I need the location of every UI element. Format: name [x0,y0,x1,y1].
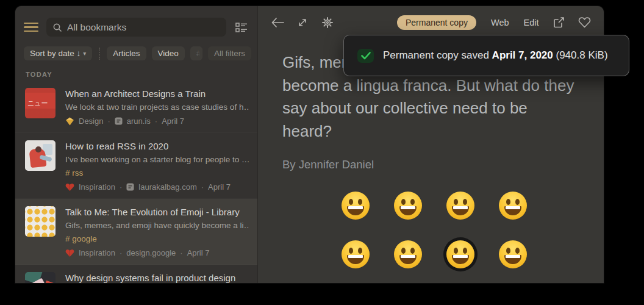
emoji-image-grid [342,192,527,268]
toast-size: (940.8 KiB) [553,49,608,61]
bookmark-description: We look at two train projects as case st… [65,102,249,112]
bookmark-title: Why design systems fail in product desig… [65,273,249,283]
filter-chip-video[interactable]: Video [152,46,185,60]
back-icon[interactable] [270,15,285,30]
filter-chip-articles[interactable]: Articles [107,46,146,60]
all-filters-button[interactable]: All filters [208,46,251,60]
search-icon [52,23,62,32]
favorite-heart-icon[interactable] [577,15,592,30]
emoji-grinning-face [394,192,422,220]
bookmark-thumbnail [25,140,55,171]
bookmark-date: April 7 [187,248,210,257]
bookmark-item-design-systems[interactable]: Why design systems fail in product desig… [15,265,257,283]
bookmark-tag[interactable]: # google [65,234,249,243]
settings-gear-icon[interactable] [320,15,335,30]
bookmark-meta: Inspiration · laurakalbag.com · April 7 [65,182,249,192]
bookmark-item-train[interactable]: ニュー When an Architect Designs a Train We… [15,81,257,133]
filter-bar: Sort by date ↓ ▾ Articles Video # No tag… [15,44,257,62]
page-icon [126,183,134,191]
list-view-toggle-icon[interactable] [234,20,249,35]
emoji-grinning-face-dark [446,240,474,268]
emoji-grinning-face [394,240,422,268]
bookmark-thumbnail [25,206,55,237]
bookmark-meta: Design · arun.is · April 7 [65,117,249,126]
permanent-copy-button[interactable]: Permanent copy [397,15,476,30]
bookmark-date: April 7 [162,117,184,126]
edit-button[interactable]: Edit [524,18,539,27]
section-label-today: TODAY [15,62,257,81]
collection-name: Inspiration [79,248,115,257]
hamburger-menu-icon[interactable] [24,20,38,35]
site-name: design.google [126,248,176,257]
success-check-icon [357,49,374,63]
emoji-grinning-face [499,192,527,220]
site-name: laurakalbag.com [138,182,196,192]
sidebar: Sort by date ↓ ▾ Articles Video # No tag… [15,6,258,283]
collection-heart-icon [65,249,74,257]
bookmark-item-emoji-selected[interactable]: Talk to Me: The Evolution of Emoji - Lib… [15,199,257,265]
search-box[interactable] [46,18,226,37]
bookmark-tag[interactable]: # rss [65,168,249,178]
collection-diamond-icon [65,117,74,126]
filter-divider [99,48,100,60]
bookmark-description: I’ve been working on a starter blog for … [65,155,249,164]
chevron-down-icon: ▾ [83,50,86,57]
bookmark-item-rss[interactable]: How to read RSS in 2020 I’ve been workin… [15,133,257,199]
bookmark-title: How to read RSS in 2020 [65,141,249,151]
emoji-grinning-face [446,192,474,220]
bookmark-thumbnail [25,272,55,283]
article-toolbar: Permanent copy Web Edit [258,6,604,38]
thumbnail-text: ニュー [27,99,48,108]
emoji-grinning-face [342,192,370,220]
page-icon [115,117,123,125]
collection-name: Inspiration [79,182,115,192]
bookmark-meta: Inspiration · design.google · April 7 [65,248,249,257]
bookmark-list: ニュー When an Architect Designs a Train We… [15,81,257,283]
bookmark-title: When an Architect Designs a Train [65,88,249,99]
toast-notification: Permanent copy saved April 7, 2020 (940.… [343,35,629,76]
toast-message: Permanent copy saved April 7, 2020 (940.… [383,49,608,62]
site-name: arun.is [127,117,151,126]
collection-name: Design [79,117,103,126]
expand-icon[interactable] [295,15,310,30]
bookmark-thumbnail: ニュー [25,88,55,118]
bookmark-title: Talk to Me: The Evolution of Emoji - Lib… [65,207,249,217]
sort-by-date-button[interactable]: Sort by date ↓ ▾ [24,46,92,60]
toast-date: April 7, 2020 [492,49,553,61]
article-byline: By Jennifer Daniel [282,158,579,171]
sidebar-topbar [15,6,257,44]
emoji-grinning-face [342,240,370,268]
filter-chip-no-tags[interactable]: # No tags [190,46,202,60]
bookmark-date: April 7 [208,182,231,192]
search-input[interactable] [67,22,220,33]
emoji-grinning-face [499,240,527,268]
bookmark-description: Gifs, memes, and emoji have quickly beco… [65,221,249,230]
web-button[interactable]: Web [491,18,509,27]
open-external-icon[interactable] [551,15,566,30]
sort-label: Sort by date ↓ [30,49,80,58]
collection-heart-icon [65,183,74,192]
